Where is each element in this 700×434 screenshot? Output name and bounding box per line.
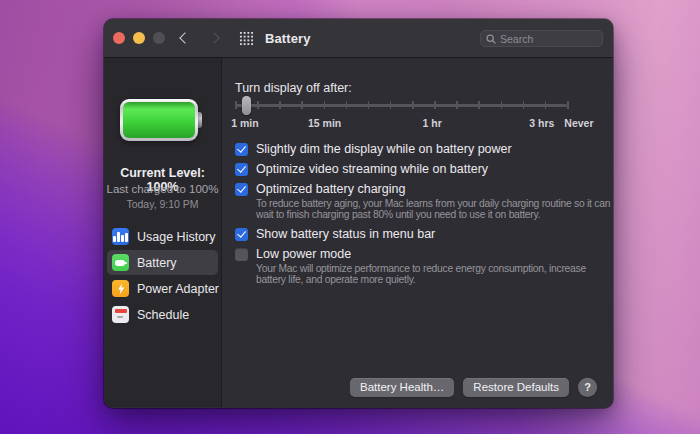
checkbox-row-show-battery-status[interactable]: Show battery status in menu bar [235,227,435,241]
sidebar-item-schedule[interactable]: Schedule [107,302,218,327]
slider-tick [368,101,370,109]
checkbox[interactable] [235,248,248,261]
minimize-button[interactable] [133,32,145,44]
slider-tick-label: 3 hrs [529,117,554,129]
slider-thumb[interactable] [242,96,251,115]
checkbox-row-optimized-charging[interactable]: Optimized battery charging [235,182,405,196]
help-button[interactable]: ? [578,378,597,397]
checkbox-row-low-power-mode[interactable]: Low power mode [235,247,351,261]
slider-tick-label: 1 hr [423,117,442,129]
checkbox[interactable] [235,163,248,176]
slider-track[interactable] [235,104,567,107]
traffic-lights [113,32,165,44]
battery-level-image [120,99,202,141]
battery-settings-pane: Turn display off after: 1 min15 min1 hr3… [222,58,613,407]
sidebar: Current Level: 100% Last charged to 100%… [104,58,222,407]
slider-tick [501,101,503,109]
checkbox-label[interactable]: Optimize video streaming while on batter… [256,162,488,176]
slider-tick [346,101,348,109]
calendar-icon [112,306,129,323]
bar-chart-icon [112,228,129,245]
close-button[interactable] [113,32,125,44]
slider-tick-labels: 1 min15 min1 hr3 hrsNever [235,117,567,129]
sidebar-list: Usage History Battery Power Adapter [107,224,218,328]
search-input[interactable] [500,33,597,45]
slider-tick [456,101,458,109]
show-all-grid-icon[interactable] [239,31,254,46]
checkbox-label[interactable]: Low power mode [256,247,351,261]
sidebar-item-power-adapter[interactable]: Power Adapter [107,276,218,301]
slider-tick [434,101,436,109]
zoom-button-disabled [153,32,165,44]
restore-defaults-button[interactable]: Restore Defaults [463,378,569,397]
display-off-slider[interactable] [235,96,567,114]
desktop-wallpaper: Battery Current Level: 100% [0,0,700,434]
sidebar-item-label: Usage History [137,230,216,244]
last-charged-text: Last charged to 100% [104,183,221,195]
checkbox-row-optimize-video[interactable]: Optimize video streaming while on batter… [235,162,488,176]
sidebar-item-label: Power Adapter [137,282,219,296]
checkbox-label[interactable]: Show battery status in menu bar [256,227,435,241]
low-power-mode-description: Your Mac will optimize performance to re… [256,263,612,285]
slider-tick-label: 1 min [231,117,258,129]
sidebar-item-battery[interactable]: Battery [107,250,218,275]
checkbox-row-slightly-dim[interactable]: Slightly dim the display while on batter… [235,142,512,156]
battery-image-fill [123,102,195,138]
footer-buttons: Battery Health… Restore Defaults ? [350,378,597,397]
slider-tick [235,101,237,109]
titlebar: Battery [104,19,613,58]
battery-icon [112,254,129,271]
turn-display-off-label: Turn display off after: [235,81,352,95]
slider-tick [390,101,392,109]
slider-tick [257,101,259,109]
slider-tick [279,101,281,109]
checkbox-label[interactable]: Slightly dim the display while on batter… [256,142,512,156]
slider-tick [545,101,547,109]
search-icon [486,34,496,44]
sidebar-item-usage-history[interactable]: Usage History [107,224,218,249]
lightning-bolt-icon [112,280,129,297]
back-icon[interactable] [179,32,190,43]
slider-tick [412,101,414,109]
battery-preferences-window: Battery Current Level: 100% [104,19,613,408]
slider-tick-label: 15 min [308,117,341,129]
checkbox-label[interactable]: Optimized battery charging [256,182,405,196]
slider-tick [567,101,569,109]
battery-image-shell [120,99,198,141]
optimized-charging-description: To reduce battery aging, your Mac learns… [256,198,612,220]
window-title: Battery [265,31,311,46]
slider-tick [301,101,303,109]
sidebar-item-label: Schedule [137,308,189,322]
checkbox[interactable] [235,143,248,156]
checkbox[interactable] [235,183,248,196]
last-charged-date: Today, 9:10 PM [104,198,221,210]
slider-tick-label: Never [564,117,593,129]
slider-tick [523,101,525,109]
checkbox[interactable] [235,228,248,241]
search-field[interactable] [480,30,603,47]
slider-tick [324,101,326,109]
battery-health-button[interactable]: Battery Health… [350,378,454,397]
slider-tick [478,101,480,109]
sidebar-item-label: Battery [137,256,177,270]
forward-icon [208,32,219,43]
